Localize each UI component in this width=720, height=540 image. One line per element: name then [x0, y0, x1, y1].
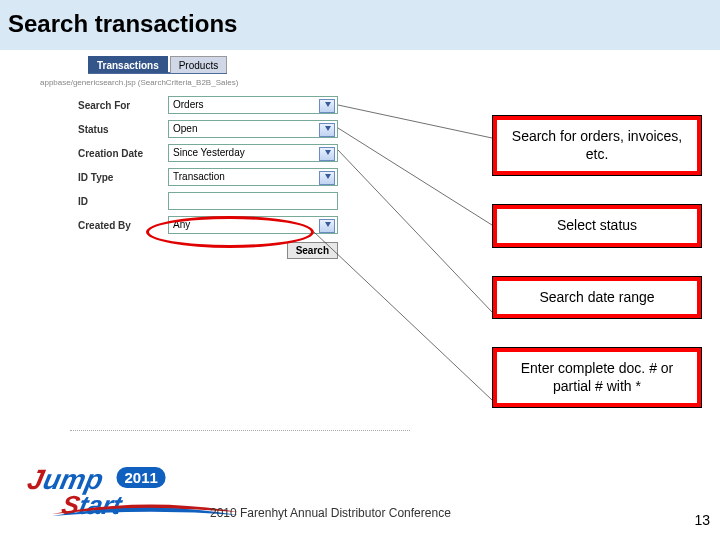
- tab-strip: Transactions Products: [88, 55, 227, 74]
- callout-date-range: Search date range: [492, 276, 702, 320]
- select-created-by[interactable]: Any: [168, 216, 338, 234]
- app-screenshot: Transactions Products appbase/genericsea…: [0, 50, 420, 430]
- row-created-by: Created By Any: [78, 215, 338, 235]
- breadcrumb-path: appbase/genericsearch.jsp (SearchCriteri…: [40, 78, 238, 87]
- row-creation-date: Creation Date Since Yesterday: [78, 143, 338, 163]
- chevron-down-icon: [325, 222, 331, 227]
- label-created-by: Created By: [78, 220, 168, 231]
- divider-line: [70, 430, 410, 431]
- tab-transactions[interactable]: Transactions: [88, 56, 168, 73]
- label-status: Status: [78, 124, 168, 135]
- title-bar: Search transactions: [0, 0, 720, 50]
- page-number: 13: [694, 512, 710, 528]
- callout-status: Select status: [492, 204, 702, 248]
- select-search-for[interactable]: Orders: [168, 96, 338, 114]
- search-button[interactable]: Search: [287, 242, 338, 259]
- label-creation-date: Creation Date: [78, 148, 168, 159]
- tab-products[interactable]: Products: [170, 56, 227, 73]
- input-id[interactable]: [168, 192, 338, 210]
- row-search-for: Search For Orders: [78, 95, 338, 115]
- footer-text: 2010 Farenhyt Annual Distributor Confere…: [210, 506, 451, 520]
- search-form: Search For Orders Status Open Creation D…: [78, 95, 338, 239]
- content-area: Transactions Products appbase/genericsea…: [0, 50, 720, 480]
- select-id-type[interactable]: Transaction: [168, 168, 338, 186]
- callouts: Search for orders, invoices, etc. Select…: [492, 115, 702, 408]
- chevron-down-icon: [325, 174, 331, 179]
- logo-year-badge: 2011: [117, 467, 166, 488]
- slide-title: Search transactions: [8, 10, 712, 38]
- chevron-down-icon: [325, 126, 331, 131]
- row-id: ID: [78, 191, 338, 211]
- select-status[interactable]: Open: [168, 120, 338, 138]
- chevron-down-icon: [325, 102, 331, 107]
- callout-doc-number: Enter complete doc. # or partial # with …: [492, 347, 702, 408]
- label-id: ID: [78, 196, 168, 207]
- chevron-down-icon: [325, 150, 331, 155]
- row-status: Status Open: [78, 119, 338, 139]
- label-id-type: ID Type: [78, 172, 168, 183]
- select-creation-date[interactable]: Since Yesterday: [168, 144, 338, 162]
- callout-search-for: Search for orders, invoices, etc.: [492, 115, 702, 176]
- search-button-row: Search: [78, 240, 338, 259]
- logo: Jump 2011 Start: [28, 464, 208, 526]
- label-search-for: Search For: [78, 100, 168, 111]
- row-id-type: ID Type Transaction: [78, 167, 338, 187]
